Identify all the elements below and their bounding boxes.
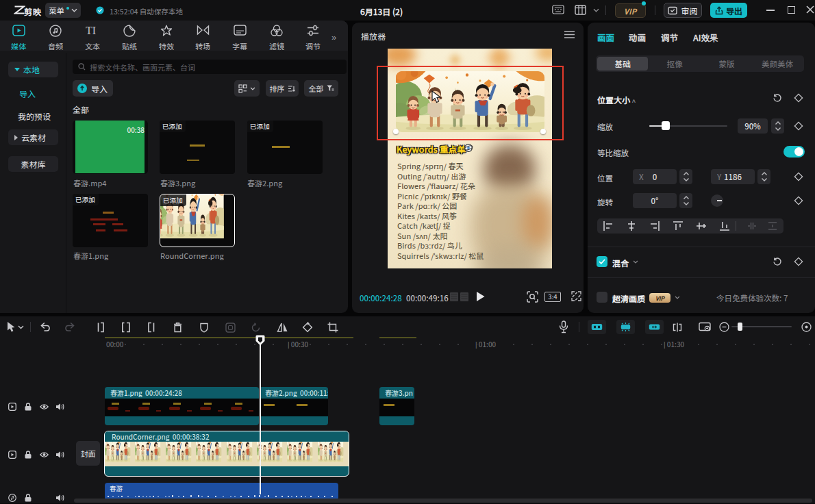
svg-text:TI: TI: [86, 25, 96, 36]
